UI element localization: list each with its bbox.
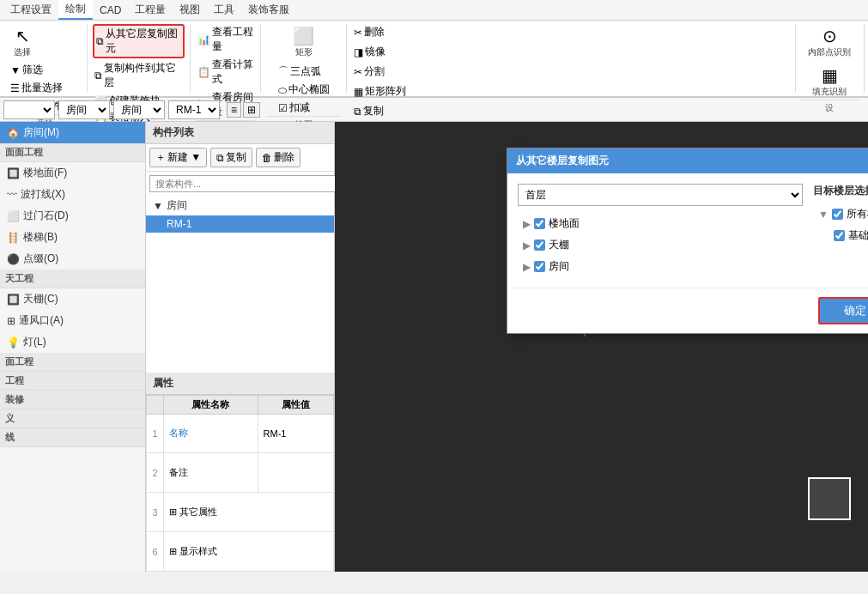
prop-num-1: 1 bbox=[147, 414, 164, 453]
sidebar-item-wave[interactable]: 〰 波打线(X) bbox=[0, 184, 145, 205]
sidebar-item-light[interactable]: 💡 灯(L) bbox=[0, 331, 145, 353]
menu-decoration[interactable]: 装饰客服 bbox=[241, 1, 296, 19]
sidebar-section-deco: 装修 bbox=[0, 391, 145, 409]
room-icon: 🏠 bbox=[7, 127, 20, 139]
fill-identify-label: 填充识别 bbox=[812, 86, 847, 98]
canvas-area: 从其它楼层复制图元 ✕ 首层 基础层 第二层 bbox=[335, 122, 868, 572]
menu-engineering-settings[interactable]: 工程设置 bbox=[3, 1, 58, 19]
ribbon-btn-ellipse[interactable]: ⬭ 中心椭圆 bbox=[276, 82, 331, 98]
dialog-tree-room-check[interactable] bbox=[534, 261, 545, 272]
filter-label: 筛选 bbox=[22, 63, 43, 77]
filter-icon: ▼ bbox=[10, 64, 21, 76]
sidebar-item-ceiling[interactable]: 🔲 天棚(C) bbox=[0, 288, 145, 310]
wave-icon: 〰 bbox=[7, 189, 17, 201]
prop-label-display[interactable]: ⊞ 显示样式 bbox=[164, 532, 334, 572]
col-num bbox=[147, 395, 164, 414]
cad-qr-block bbox=[808, 477, 851, 520]
ribbon-btn-select[interactable]: ↖ 选择 bbox=[9, 24, 36, 60]
prop-label-other[interactable]: ⊞ 其它属性 bbox=[164, 493, 334, 532]
light-icon: 💡 bbox=[7, 336, 20, 349]
sidebar-item-room[interactable]: 🏠 房间(M) bbox=[0, 122, 145, 143]
dialog-ok-btn[interactable]: 确定 bbox=[818, 297, 868, 324]
sidebar-item-stair[interactable]: 🪜 楼梯(B) bbox=[0, 227, 145, 248]
tree-item-rm1[interactable]: RM-1 bbox=[146, 215, 334, 233]
dialog-target-base-floor[interactable]: 基础层 bbox=[813, 225, 868, 246]
sidebar-item-vent[interactable]: ⊞ 通风口(A) bbox=[0, 310, 145, 331]
rm-select[interactable]: RM-1 bbox=[168, 100, 220, 119]
dialog-tree-ceiling-check[interactable] bbox=[534, 239, 545, 251]
ribbon-btn-fill-identify[interactable]: ▦ 填充识别 bbox=[804, 64, 854, 100]
dialog-target-all-floors[interactable]: ▼ 所有楼层 bbox=[813, 203, 868, 225]
btn-copy[interactable]: ⧉ 复制 bbox=[210, 148, 252, 167]
tree-rm1-label: RM-1 bbox=[167, 218, 191, 230]
ceiling-icon: 🔲 bbox=[7, 294, 20, 306]
rectangle-label: 矩形 bbox=[295, 46, 313, 58]
sidebar-item-door-stone[interactable]: ⬜ 过门石(D) bbox=[0, 205, 145, 227]
ribbon-btn-mirror[interactable]: ◨ 镜像 bbox=[352, 44, 790, 60]
btn-new[interactable]: ＋ 新建 ▼ bbox=[149, 148, 207, 167]
dialog-target-base-check[interactable] bbox=[834, 230, 845, 241]
ribbon-btn-rectangle[interactable]: ⬜ 矩形 bbox=[289, 24, 318, 60]
select-icon: ↖ bbox=[15, 26, 30, 46]
ribbon-btn-filter[interactable]: ▼ 筛选 bbox=[9, 62, 64, 78]
ribbon-group-select: ↖ 选择 ▼ 筛选 ☰ 批量选择 ✏ 拾取构件 选择 bbox=[3, 24, 88, 93]
search-input[interactable] bbox=[149, 175, 337, 192]
fill-identify-icon: ▦ bbox=[822, 65, 838, 86]
ribbon-btn-interior-identify[interactable]: ⊙ 内部点识别 bbox=[804, 24, 854, 60]
room-select-1[interactable]: 房间 bbox=[58, 100, 110, 119]
room-select-2[interactable]: 房间 bbox=[113, 100, 165, 119]
dialog-target-base-label: 基础层 bbox=[848, 228, 868, 243]
view-formula-label: 查看计算式 bbox=[212, 58, 253, 87]
prop-label-name[interactable]: 名称 bbox=[164, 414, 258, 453]
ribbon-btn-copy-from-floor[interactable]: ⧉ 从其它层复制图元 bbox=[93, 24, 185, 58]
ribbon-btn-copy-to-floor[interactable]: ⧉ 复制构件到其它层 bbox=[93, 60, 185, 91]
delete-icon: ✂ bbox=[354, 27, 362, 39]
ribbon-btn-delete[interactable]: ✂ 删除 bbox=[352, 24, 790, 40]
prop-value-note[interactable] bbox=[258, 453, 333, 493]
vent-icon: ⊞ bbox=[7, 315, 15, 327]
ribbon-btn-subtract[interactable]: ☑ 扣减 bbox=[276, 100, 331, 116]
dialog-tree-room[interactable]: ▶ 房间 bbox=[518, 256, 803, 277]
sidebar-item-floor[interactable]: 🔲 楼地面(F) bbox=[0, 162, 145, 184]
menu-tools[interactable]: 工具 bbox=[207, 1, 241, 19]
ribbon-btn-rect-array[interactable]: ▦ 矩形阵列 bbox=[352, 83, 790, 100]
ellipse-label: 中心椭圆 bbox=[288, 82, 330, 97]
dialog-floor-select[interactable]: 首层 基础层 第二层 bbox=[518, 184, 803, 206]
dialog-tree-floor[interactable]: ▶ 楼地面 bbox=[518, 213, 803, 234]
ribbon-btn-split[interactable]: ✂ 分割 bbox=[352, 64, 790, 80]
interior-identify-label: 内部点识别 bbox=[808, 46, 851, 58]
prop-value-name[interactable]: RM-1 bbox=[258, 414, 333, 453]
main-layout: 🏠 房间(M) 面面工程 🔲 楼地面(F) 〰 波打线(X) ⬜ 过门石(D) … bbox=[0, 122, 868, 572]
ribbon-group-modify: ✂ 删除 ◨ 镜像 ✂ 分割 ▦ 矩形阵列 ⧉ 复制 ↻ 旋转 bbox=[347, 24, 796, 93]
view-list-btn[interactable]: ≡ bbox=[227, 102, 241, 118]
sidebar-item-light-label: 灯(L) bbox=[23, 335, 46, 349]
menu-view[interactable]: 视图 bbox=[173, 1, 207, 19]
view-qty-label: 查看工程量 bbox=[212, 25, 253, 54]
tree-item-room[interactable]: ▼ 房间 bbox=[146, 196, 334, 215]
dialog-tree-ceiling[interactable]: ▶ 天棚 bbox=[518, 234, 803, 256]
ribbon-btn-view-qty[interactable]: 📊 查看工程量 bbox=[196, 24, 255, 55]
ribbon-btn-batch-select[interactable]: ☰ 批量选择 bbox=[9, 80, 64, 96]
sidebar-section-wall: 面工程 bbox=[0, 353, 145, 372]
menu-draw[interactable]: 绘制 bbox=[58, 0, 93, 20]
ribbon-btn-select-label: 选择 bbox=[14, 46, 31, 58]
dialog-target-all-check[interactable] bbox=[832, 209, 843, 220]
ribbon-btn-arc[interactable]: ⌒ 三点弧 bbox=[276, 64, 331, 80]
btn-delete[interactable]: 🗑 删除 bbox=[256, 148, 300, 167]
ribbon-toolbar: ↖ 选择 ▼ 筛选 ☰ 批量选择 ✏ 拾取构件 选择 bbox=[0, 21, 868, 98]
copy-to-floor-icon: ⧉ bbox=[94, 70, 102, 82]
floor-select-1[interactable] bbox=[3, 100, 55, 119]
col-name: 属性名称 bbox=[164, 395, 258, 414]
view-grid-btn[interactable]: ⊞ bbox=[243, 102, 260, 118]
dialog-tree-floor-check[interactable] bbox=[534, 218, 545, 229]
dialog-tree-floor-label: 楼地面 bbox=[549, 216, 580, 231]
sidebar-item-dot[interactable]: ⚫ 点缀(O) bbox=[0, 248, 145, 270]
ribbon-btn-view-formula[interactable]: 📋 查看计算式 bbox=[196, 57, 255, 88]
menu-cad[interactable]: CAD bbox=[93, 3, 128, 18]
ribbon-btn-copy[interactable]: ⧉ 复制 bbox=[352, 103, 790, 119]
panel-header: 构件列表 bbox=[146, 122, 334, 144]
ribbon-group-general-buttons: ⧉ 从其它层复制图元 ⧉ 复制构件到其它层 ⬜ 创建装饰块 bbox=[93, 24, 185, 109]
dialog-right-panel: 目标楼层选择 ▼ 所有楼层 基础层 bbox=[813, 184, 868, 277]
menu-quantities[interactable]: 工程量 bbox=[128, 1, 173, 19]
sidebar-item-vent-label: 通风口(A) bbox=[19, 313, 64, 328]
